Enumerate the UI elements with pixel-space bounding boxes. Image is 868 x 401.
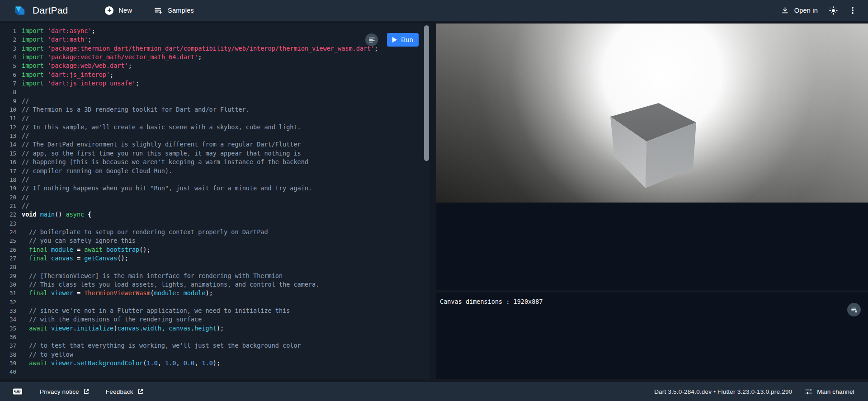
code-line[interactable] bbox=[22, 263, 378, 271]
code-line[interactable]: // bbox=[22, 175, 378, 184]
new-button[interactable]: + New bbox=[100, 4, 137, 18]
open-in-button[interactable]: Open in bbox=[776, 4, 822, 18]
line-number: 5 bbox=[0, 61, 16, 70]
code-line[interactable]: import 'dart:js_interop'; bbox=[22, 71, 378, 79]
brightness-icon bbox=[829, 6, 838, 15]
line-number: 20 bbox=[0, 193, 16, 202]
code-line[interactable] bbox=[22, 88, 378, 96]
console-output: Canvas dimensions : 868x401 bbox=[440, 297, 868, 307]
run-button[interactable]: Run bbox=[387, 33, 419, 47]
line-number: 11 bbox=[0, 114, 16, 123]
line-number: 16 bbox=[0, 158, 16, 166]
header-right: Open in bbox=[776, 2, 861, 19]
code-line[interactable]: // This class lets you load assets, ligh… bbox=[22, 280, 378, 289]
feedback-link[interactable]: Feedback bbox=[106, 388, 144, 395]
brightness-toggle-button[interactable] bbox=[825, 2, 842, 19]
line-number: 14 bbox=[0, 140, 16, 149]
code-line[interactable]: import 'package:vector_math/vector_math_… bbox=[22, 53, 378, 61]
line-number: 13 bbox=[0, 132, 16, 140]
code-line[interactable] bbox=[22, 219, 378, 228]
line-number: 30 bbox=[0, 280, 16, 289]
code-line[interactable]: // with the dimensions of the rendering … bbox=[22, 315, 378, 324]
line-number: 1 bbox=[0, 27, 16, 35]
code-line[interactable]: import 'dart:js_interop_unsafe'; bbox=[22, 79, 378, 88]
main-content: 1234567891011121314151617181920212223242… bbox=[0, 21, 868, 382]
clear-console-button[interactable] bbox=[847, 303, 861, 316]
download-icon bbox=[781, 6, 789, 15]
keyboard-shortcuts-button[interactable] bbox=[12, 387, 24, 396]
code-line[interactable]: // bbox=[22, 97, 378, 105]
line-number: 31 bbox=[0, 289, 16, 297]
code-line[interactable]: // bbox=[22, 193, 378, 202]
sdk-version-text: Dart 3.5.0-284.0.dev • Flutter 3.23.0-13… bbox=[654, 388, 792, 395]
footer-right: Dart 3.5.0-284.0.dev • Flutter 3.23.0-13… bbox=[654, 387, 854, 396]
code-line[interactable]: import 'package:web/web.dart'; bbox=[22, 61, 378, 70]
dart-logo-icon bbox=[14, 5, 26, 17]
code-line[interactable] bbox=[22, 298, 378, 307]
tune-icon bbox=[805, 387, 813, 396]
overflow-menu-button[interactable] bbox=[844, 2, 861, 19]
samples-button[interactable]: Samples bbox=[149, 3, 198, 18]
line-number: 37 bbox=[0, 341, 16, 350]
code-line[interactable]: await viewer.setBackgroundColor(1.0, 1.0… bbox=[22, 359, 378, 368]
console-panel: Canvas dimensions : 868x401 bbox=[436, 292, 868, 379]
format-button[interactable] bbox=[365, 33, 378, 46]
code-line[interactable]: // since we're not in a Flutter applicat… bbox=[22, 307, 378, 315]
samples-button-label: Samples bbox=[168, 7, 194, 14]
code-line[interactable]: // to test that everything is working, w… bbox=[22, 341, 378, 350]
code-line[interactable]: // bbox=[22, 202, 378, 210]
editor-code[interactable]: import 'dart:async';import 'dart:math';i… bbox=[16, 27, 378, 379]
line-number: 15 bbox=[0, 149, 16, 158]
editor-scrollbar[interactable] bbox=[424, 25, 429, 161]
privacy-notice-link[interactable]: Privacy notice bbox=[40, 388, 90, 395]
channel-selector-button[interactable]: Main channel bbox=[805, 387, 854, 396]
code-line[interactable]: // happening (this is because we aren't … bbox=[22, 158, 378, 166]
code-line[interactable] bbox=[22, 333, 378, 341]
header: DartPad + New Samples bbox=[0, 0, 868, 21]
run-button-label: Run bbox=[401, 36, 413, 43]
line-number: 22 bbox=[0, 210, 16, 219]
code-line[interactable]: // bbox=[22, 114, 378, 123]
line-number: 9 bbox=[0, 97, 16, 105]
format-code-icon bbox=[368, 37, 375, 43]
line-number: 39 bbox=[0, 359, 16, 368]
code-line[interactable]: // If nothing happens when you hit "Run"… bbox=[22, 184, 378, 193]
line-number: 33 bbox=[0, 307, 16, 315]
output-column: Canvas dimensions : 868x401 bbox=[436, 24, 868, 379]
line-number: 12 bbox=[0, 123, 16, 132]
external-link-icon bbox=[137, 388, 144, 395]
code-line[interactable]: // The DartPad environment is slightly d… bbox=[22, 140, 378, 149]
3d-scene-canvas bbox=[436, 24, 868, 203]
line-number: 36 bbox=[0, 333, 16, 341]
code-line[interactable]: void main() async { bbox=[22, 210, 378, 219]
code-line[interactable]: // In this sample, we'll create a basic … bbox=[22, 123, 378, 132]
code-line[interactable]: import 'dart:async'; bbox=[22, 27, 378, 35]
open-in-label: Open in bbox=[794, 7, 818, 14]
code-line[interactable]: // to yellow bbox=[22, 350, 378, 359]
line-number: 17 bbox=[0, 167, 16, 175]
code-line[interactable]: // Thermion is a 3D rendering toolkit fo… bbox=[22, 105, 378, 114]
code-line[interactable]: import 'package:thermion_dart/thermion_d… bbox=[22, 44, 378, 53]
code-line[interactable]: // [ThermionViewer] is the main interfac… bbox=[22, 272, 378, 280]
footer-left: Privacy notice Feedback bbox=[12, 387, 144, 396]
line-number: 10 bbox=[0, 105, 16, 114]
line-number: 29 bbox=[0, 272, 16, 280]
playlist-add-icon bbox=[154, 6, 163, 15]
code-line[interactable]: // compiler running on Google Cloud Run)… bbox=[22, 167, 378, 175]
code-line[interactable]: final canvas = getCanvas(); bbox=[22, 254, 378, 263]
code-line[interactable]: await viewer.initialize(canvas.width, ca… bbox=[22, 324, 378, 333]
code-line[interactable]: // bbox=[22, 132, 378, 140]
render-output-panel bbox=[436, 24, 868, 290]
code-line[interactable]: // boilerplate to setup our rendering co… bbox=[22, 228, 378, 236]
play-icon bbox=[392, 37, 397, 42]
code-line[interactable]: // you can safely ignore this bbox=[22, 236, 378, 245]
code-line[interactable] bbox=[22, 368, 378, 376]
line-number: 21 bbox=[0, 202, 16, 210]
code-line[interactable]: import 'dart:math'; bbox=[22, 35, 378, 44]
code-line[interactable]: final viewer = ThermionViewerWasm(module… bbox=[22, 289, 378, 297]
code-line[interactable]: // app, so the first time you run this s… bbox=[22, 149, 378, 158]
code-line[interactable]: final module = await bootstrap(); bbox=[22, 245, 378, 254]
plus-circle-icon: + bbox=[105, 6, 113, 15]
line-number: 23 bbox=[0, 219, 16, 228]
new-button-label: New bbox=[118, 7, 132, 14]
